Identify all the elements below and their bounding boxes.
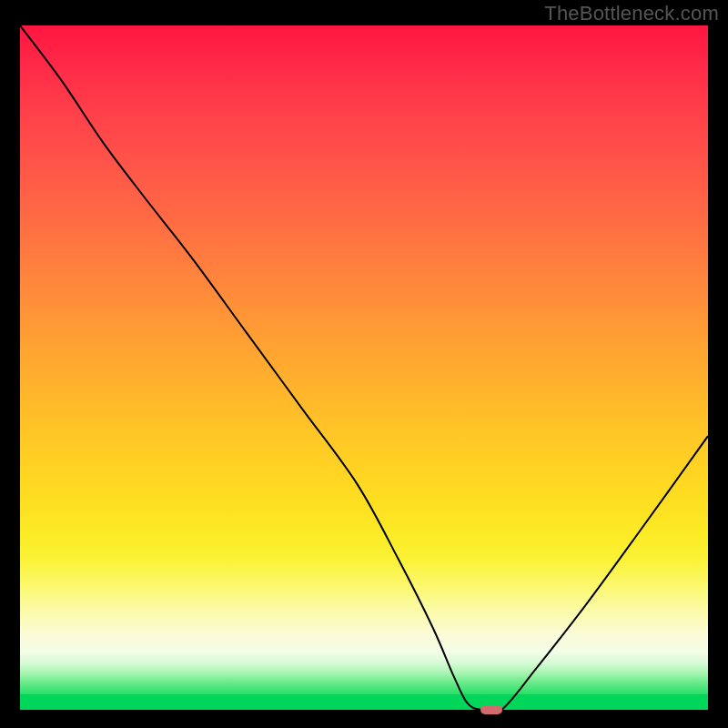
chart-container: TheBottleneck.com [0,0,728,728]
watermark-text: TheBottleneck.com [544,2,719,25]
plot-area [20,25,708,710]
optimal-marker [480,705,502,714]
bottleneck-curve-path [20,25,708,710]
curve-svg [20,25,708,710]
